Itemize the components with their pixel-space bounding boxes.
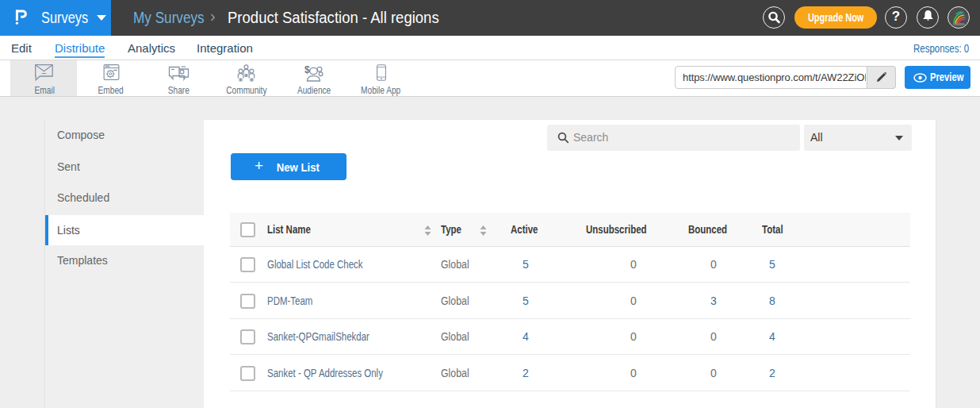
svg-text:$: $ bbox=[304, 64, 310, 75]
